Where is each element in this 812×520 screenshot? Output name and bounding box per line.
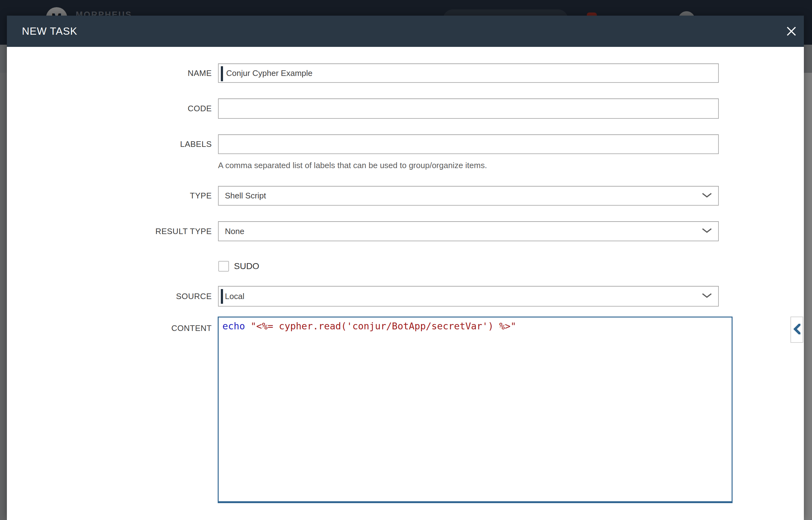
type-label: TYPE — [61, 186, 212, 206]
content-label: CONTENT — [61, 323, 212, 333]
result-type-select-value: None — [225, 222, 244, 241]
labels-input[interactable] — [218, 134, 719, 154]
type-select[interactable]: Shell Script — [218, 186, 719, 206]
name-input[interactable] — [218, 63, 719, 83]
close-icon[interactable] — [785, 24, 798, 38]
code-label: CODE — [61, 99, 212, 119]
code-string: "<%= cypher.read('conjur/BotApp/secretVa… — [245, 321, 516, 332]
chevron-down-icon — [702, 193, 712, 199]
source-select-value: Local — [225, 287, 244, 306]
chevron-left-icon — [793, 324, 801, 336]
name-label: NAME — [61, 63, 212, 83]
labels-label: LABELS — [61, 134, 212, 154]
sudo-label: SUDO — [234, 261, 259, 271]
code-input[interactable] — [218, 99, 719, 119]
chevron-down-icon — [702, 228, 712, 234]
code-keyword: echo — [222, 321, 245, 332]
result-type-label: RESULT TYPE — [61, 221, 212, 241]
source-label: SOURCE — [61, 286, 212, 307]
sudo-checkbox[interactable] — [218, 261, 229, 271]
modal-title: NEW TASK — [22, 16, 77, 47]
text-caret — [221, 289, 223, 304]
panel-collapse-button[interactable] — [790, 317, 803, 343]
modal-header: NEW TASK — [7, 16, 804, 47]
labels-help-text: A comma separated list of labels that ca… — [218, 161, 487, 170]
code-line: echo "<%= cypher.read('conjur/BotApp/sec… — [222, 320, 728, 333]
content-code-editor[interactable]: echo "<%= cypher.read('conjur/BotApp/sec… — [218, 317, 733, 503]
result-type-select[interactable]: None — [218, 221, 719, 241]
text-caret — [221, 66, 223, 81]
type-select-value: Shell Script — [225, 187, 266, 205]
new-task-modal: NEW TASK NAME CODE LABELS A comma separa… — [7, 16, 804, 520]
chevron-down-icon — [702, 293, 712, 300]
source-select[interactable]: Local — [218, 286, 719, 307]
